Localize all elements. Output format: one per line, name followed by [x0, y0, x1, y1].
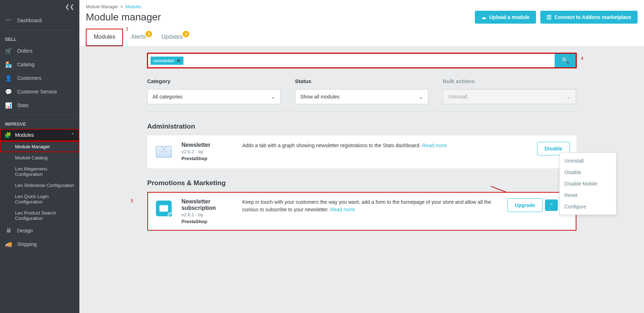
sidebar-catalog[interactable]: 🏪Catalog [0, 58, 79, 71]
breadcrumb-current[interactable]: Modules [125, 4, 141, 9]
newsletter-icon [154, 142, 174, 162]
search-row: newsletter✕ 🔍 4 [147, 53, 576, 68]
sidebar-stats[interactable]: 📊Stats [0, 98, 79, 112]
search-button[interactable]: 🔍 [555, 53, 576, 68]
updates-label: Updates [161, 34, 183, 40]
status-label: Status [295, 78, 428, 84]
breadcrumb-parent: Module Manager [86, 4, 118, 9]
cs-label: Customer Service [17, 89, 57, 95]
dropdown-disable[interactable]: Disable [560, 167, 616, 178]
key-icon: ⚿ [547, 14, 552, 20]
bulk-select: Uninstall⌄ [443, 89, 576, 104]
status-value: Show all modules [300, 94, 340, 100]
chip-text: newsletter [153, 58, 174, 63]
bulk-value: Uninstall [448, 94, 467, 100]
customers-label: Customers [17, 75, 41, 81]
divider [5, 115, 74, 115]
newsletter-sub-icon: + [154, 198, 174, 218]
category-select[interactable]: All categories⌄ [147, 89, 281, 104]
search-box: newsletter✕ 🔍 [147, 53, 576, 68]
sidebar-leo-quicklogin[interactable]: Leo Quick Login Configuration [0, 191, 79, 207]
filter-row: Category All categories⌄ Status Show all… [147, 78, 576, 112]
newsletter-sub-version: v2.6.1 - by [182, 212, 235, 217]
readmore-link[interactable]: Read more [330, 207, 355, 212]
alerts-badge: 2 [146, 31, 152, 37]
modules-label: Modules [15, 132, 34, 138]
dashboard-label: Dashboard [17, 18, 42, 23]
dropdown-uninstall[interactable]: Uninstall [560, 155, 616, 167]
page-title: Module manager [86, 11, 471, 23]
cart-icon: 🛒 [5, 47, 12, 54]
puzzle-icon: 🧩 [4, 131, 11, 139]
collapse-icon: ❮❮ [65, 4, 74, 10]
marker-4: 4 [581, 56, 584, 61]
sidebar-shipping[interactable]: 🚚Shipping [0, 237, 79, 251]
connect-addons-button[interactable]: ⚿Connect to Addons marketplace [540, 11, 638, 24]
newsletter-title: Newsletter [182, 142, 235, 148]
dashboard-icon: 〰 [5, 17, 12, 24]
search-chip: newsletter✕ [151, 57, 183, 65]
newsletter-sub-title: Newsletter subscription [182, 198, 235, 211]
sidebar-collapse[interactable]: ❮❮ [0, 0, 79, 14]
breadcrumb: Module Manager > Modules [79, 0, 644, 9]
improve-header: IMPROVE [0, 118, 79, 129]
chevron-down-icon: ⌄ [419, 94, 423, 100]
dropdown-disable-mobile[interactable]: Disable Mobile [560, 178, 616, 189]
filter-status: Status Show all modules⌄ [295, 78, 428, 104]
chevron-down-icon: ⌄ [566, 94, 571, 100]
filter-bulk: Bulk actions Uninstall⌄ [443, 78, 576, 104]
category-label: Category [147, 78, 281, 84]
sidebar-orders[interactable]: 🛒Orders [0, 44, 79, 58]
newsletter-version: v2.0.2 - by [182, 149, 235, 154]
category-value: All categories [153, 94, 183, 100]
marker-5: 5 [131, 198, 133, 203]
sidebar-leo-megamenu[interactable]: Leo Megamenu Configuration [0, 163, 79, 180]
newsletter-author: PrestaShop [182, 156, 235, 161]
sidebar-module-catalog[interactable]: Module Catalog [0, 152, 79, 163]
dropdown-configure[interactable]: Configure [560, 201, 616, 212]
upload-label: Upload a module [489, 14, 530, 20]
chat-icon: 💬 [5, 88, 12, 95]
cloud-up-icon: ☁ [481, 14, 486, 20]
module-newsletter-subscription: + Newsletter subscription v2.6.1 - by Pr… [147, 192, 576, 231]
design-icon: 🖥 [5, 227, 12, 234]
sidebar-leo-slideshow[interactable]: Leo Slideshow Configuration [0, 180, 79, 191]
stats-label: Stats [17, 102, 29, 108]
tabs: Modules 3 Alerts2 Updates9 [79, 29, 644, 47]
chevron-down-icon: ⌄ [271, 94, 275, 100]
status-select[interactable]: Show all modules⌄ [295, 89, 428, 104]
chip-remove-icon[interactable]: ✕ [177, 58, 181, 63]
sidebar-customer-service[interactable]: 💬Customer Service [0, 85, 79, 98]
upload-module-button[interactable]: ☁Upload a module [475, 11, 536, 24]
search-input[interactable] [183, 54, 555, 67]
updates-badge: 9 [183, 31, 189, 37]
sidebar-customers[interactable]: 👤Customers [0, 71, 79, 85]
sidebar-module-manager[interactable]: Module Manager [0, 141, 79, 152]
dropdown-reset[interactable]: Reset [560, 189, 616, 201]
filter-category: Category All categories⌄ [147, 78, 281, 104]
tab-modules[interactable]: Modules [86, 29, 123, 46]
readmore-link[interactable]: Read more [422, 143, 447, 148]
alerts-label: Alerts [131, 34, 146, 40]
search-icon: 🔍 [561, 57, 569, 64]
chevron-up-icon: ⌃ [550, 203, 553, 208]
module-dropdown-menu: Uninstall Disable Disable Mobile Reset C… [559, 153, 616, 215]
sidebar-dashboard[interactable]: 〰 Dashboard [0, 14, 79, 27]
module-newsletter: Newsletter v2.0.2 - by PrestaShop Adds a… [147, 135, 576, 168]
tab-alerts[interactable]: Alerts2 [123, 29, 153, 46]
tab-updates[interactable]: Updates9 [153, 29, 191, 46]
page-header: Module manager ☁Upload a module ⚿Connect… [79, 9, 644, 29]
sidebar-leo-productsearch[interactable]: Leo Product Search Configuration [0, 207, 79, 224]
user-icon: 👤 [5, 74, 12, 82]
upgrade-button[interactable]: Upgrade [507, 198, 543, 212]
sidebar-design[interactable]: 🖥Design [0, 224, 79, 237]
newsletter-sub-desc: Keep in touch with your customers the wa… [242, 198, 500, 224]
orders-label: Orders [17, 48, 33, 54]
catalog-label: Catalog [17, 62, 34, 67]
divider [5, 30, 74, 30]
dropdown-toggle[interactable]: ⌃ [545, 199, 558, 211]
sell-header: SELL [0, 33, 79, 44]
sidebar-modules[interactable]: 🧩 Modules ⌃ [0, 129, 79, 141]
section-promotions: Promotions & Marketing [147, 179, 576, 187]
newsletter-desc: Adds a tab with a graph showing newslett… [242, 142, 529, 161]
